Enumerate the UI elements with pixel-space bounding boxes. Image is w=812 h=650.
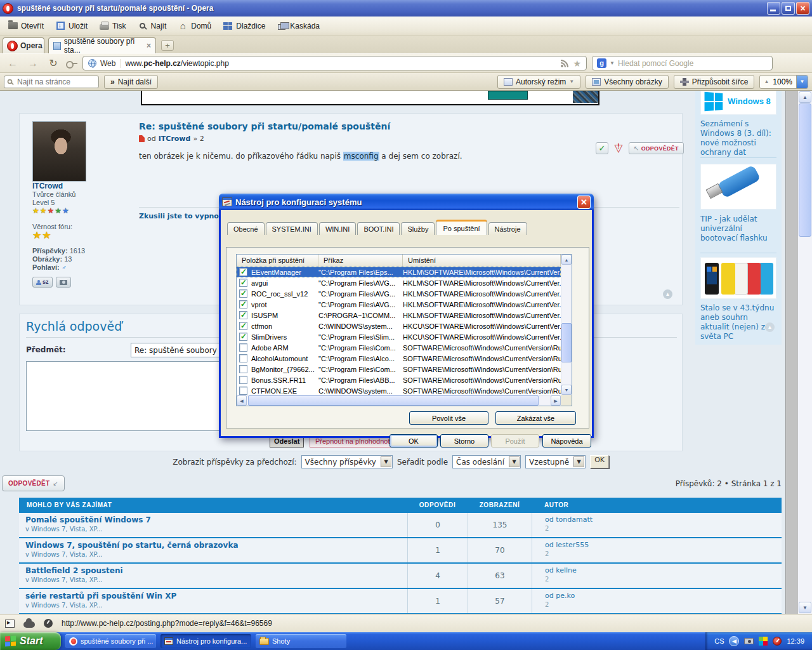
all-images-button[interactable]: Všechny obrázky xyxy=(586,75,668,89)
unite-icon[interactable] xyxy=(23,621,35,628)
item-checkbox[interactable] xyxy=(239,311,247,319)
private-message-button[interactable]: sz xyxy=(32,277,53,288)
startup-item-row[interactable]: avgui"C:\Program Files\AVG...HKLM\SOFTWA… xyxy=(237,277,561,288)
minimize-button[interactable] xyxy=(767,2,780,15)
tab-sluzby[interactable]: Služby xyxy=(401,222,435,235)
sort-order-select[interactable]: Vzestupně▼ xyxy=(525,455,586,468)
sidebar-article-link[interactable]: Stalo se v 43.týdnu aneb souhrn aktualit… xyxy=(700,303,778,342)
find-button[interactable]: Najít xyxy=(138,21,167,31)
item-checkbox[interactable] xyxy=(239,289,247,298)
topic-author[interactable]: od tondamatt2 xyxy=(532,513,782,537)
list-horizontal-scrollbar[interactable]: ◀ ▶ xyxy=(237,395,561,406)
enable-all-button[interactable]: Povolit vše xyxy=(409,411,488,425)
scroll-down-icon[interactable]: ▼ xyxy=(799,602,811,613)
startup-item-row[interactable]: vprot"C:\Program Files\AVG...HKLM\SOFTWA… xyxy=(237,299,561,310)
startup-item-row[interactable]: Bonus.SSR.FR11"C:\Program Files\ABB...SO… xyxy=(237,375,561,385)
item-checkbox[interactable] xyxy=(239,354,247,362)
scroll-down-icon[interactable]: ▼ xyxy=(561,385,572,395)
sort-ok-button[interactable]: OK xyxy=(590,455,609,468)
sort-by-select[interactable]: Čas odeslání▼ xyxy=(452,455,521,468)
author-mode-dropdown[interactable]: Autorský režim▼ xyxy=(497,75,580,89)
startup-item-row[interactable]: BgMonitor_{79662..."C:\Program Files\Com… xyxy=(237,364,561,375)
browser-scrollbar[interactable]: ▲ ▼ xyxy=(798,91,812,614)
tray-collapse-icon[interactable]: ◀ xyxy=(729,636,739,646)
open-button[interactable]: Otevřít xyxy=(8,21,44,31)
reload-button[interactable]: ↻ xyxy=(46,57,61,69)
address-mode-label[interactable]: Web xyxy=(100,59,121,68)
back-to-top-icon[interactable]: ▲ xyxy=(765,322,775,332)
search-field[interactable]: g ▼ Hledat pomocí Google xyxy=(592,56,773,70)
topic-link[interactable]: Battlefield 2 spousteni xyxy=(25,566,401,575)
search-engine-dropdown-icon[interactable]: ▼ xyxy=(610,60,615,66)
rss-icon[interactable] xyxy=(560,59,569,68)
tile-windows-button[interactable]: Dlaždice xyxy=(223,21,265,31)
startup-item-row[interactable]: ROC_roc_ssl_v12"C:\Program Files\AVG...H… xyxy=(237,288,561,299)
topic-author[interactable]: od lester5552 xyxy=(532,538,782,562)
item-checkbox[interactable] xyxy=(239,343,247,352)
tab-boot-ini[interactable]: BOOT.INI xyxy=(357,222,400,235)
tray-monitor-icon[interactable] xyxy=(773,637,782,646)
home-button[interactable]: ⌂Domů xyxy=(178,21,211,31)
find-input[interactable] xyxy=(4,76,99,88)
scroll-up-icon[interactable]: ▲ xyxy=(799,91,811,103)
poster-username-link[interactable]: ITCrowd xyxy=(32,182,140,190)
panels-toggle-icon[interactable] xyxy=(5,620,15,628)
turbo-icon[interactable] xyxy=(44,619,53,628)
startup-item-row[interactable]: Adobe ARM"C:\Program Files\Com...SOFTWAR… xyxy=(237,342,561,353)
usb-flash-image[interactable] xyxy=(700,164,776,209)
item-checkbox[interactable] xyxy=(239,300,247,308)
find-next-button[interactable]: »Najít další xyxy=(104,75,158,89)
windows8-image[interactable]: Windows 8 xyxy=(700,91,776,115)
scrollbar-thumb[interactable] xyxy=(561,323,572,362)
forum-link[interactable]: v Windows 7, Vista, XP... xyxy=(25,526,401,533)
back-to-top-icon[interactable]: ▲ xyxy=(663,289,672,299)
start-button[interactable]: Start xyxy=(0,632,61,650)
disable-all-button[interactable]: Zakázat vše xyxy=(495,411,576,425)
cascade-windows-button[interactable]: Kaskáda xyxy=(277,21,320,31)
startup-item-row[interactable]: SlimDrivers"C:\Program Files\Slim...HKCU… xyxy=(237,331,561,342)
tab-close-icon[interactable]: × xyxy=(147,41,151,50)
apply-button[interactable]: Použít xyxy=(491,434,539,448)
tab-obecne[interactable]: Obecné xyxy=(227,222,265,235)
startup-item-row[interactable]: AlcoholAutomount"C:\Program Files\Alco..… xyxy=(237,353,561,364)
scroll-left-icon[interactable]: ◀ xyxy=(237,395,247,406)
item-checkbox[interactable] xyxy=(239,365,247,373)
ok-button[interactable]: OK xyxy=(390,434,438,448)
taskbar-item-shoty[interactable]: Shoty xyxy=(256,634,346,648)
post-title-link[interactable]: Re: spuštěné soubory při startu/pomalé s… xyxy=(139,121,390,131)
item-checkbox[interactable] xyxy=(239,333,247,341)
scrollbar-thumb[interactable] xyxy=(799,103,811,237)
forum-link[interactable]: v Windows 7, Vista, XP... xyxy=(25,602,401,609)
post-author-link[interactable]: ITCrowd xyxy=(159,135,191,143)
item-checkbox[interactable] xyxy=(239,387,247,395)
phones-image[interactable] xyxy=(700,257,776,299)
sidebar-article-link[interactable]: Seznámení s Windows 8 (3. díl): nové mož… xyxy=(700,119,778,157)
forward-button[interactable]: → xyxy=(25,58,41,69)
reply-button[interactable]: ↖ODPOVĚDĚT xyxy=(629,142,684,154)
tray-camera-icon[interactable] xyxy=(744,638,754,644)
tab-active[interactable]: spuštěné soubory při sta... × xyxy=(48,37,156,53)
startup-item-row[interactable]: CTFMON.EXEC:\WINDOWS\system...SOFTWARE\M… xyxy=(237,385,561,395)
cancel-button[interactable]: Storno xyxy=(440,434,488,448)
close-button[interactable]: × xyxy=(796,2,809,15)
back-button[interactable]: ← xyxy=(5,58,20,69)
tray-avg-icon[interactable] xyxy=(759,637,768,646)
fit-width-button[interactable]: Přizpůsobit šířce xyxy=(674,75,755,89)
dialog-titlebar[interactable]: Nástroj pro konfiguraci systému ✕ xyxy=(219,194,594,210)
restore-button[interactable] xyxy=(782,2,795,15)
taskbar-clock[interactable]: 12:39 xyxy=(787,637,804,645)
forum-link[interactable]: v Windows 7, Vista, XP... xyxy=(25,576,401,583)
tab-po-spusteni[interactable]: Po spuštění xyxy=(436,220,487,235)
sidebar-article-link[interactable]: TIP - jak udělat univerzální bootovací f… xyxy=(700,215,778,243)
reply-button-bottom[interactable]: ODPOVĚDĚT↙ xyxy=(2,475,65,491)
tab-nastroje[interactable]: Nástroje xyxy=(488,222,527,235)
topic-link[interactable]: Windows 7, spouštění po startu, černá ob… xyxy=(25,541,401,550)
taskbar-item-opera[interactable]: spuštěné soubory při ... xyxy=(65,634,156,648)
zoom-up-icon[interactable]: ▲ xyxy=(764,79,769,84)
dialog-close-button[interactable]: ✕ xyxy=(577,196,591,209)
address-field[interactable]: Web www.pc-help.cz/viewtopic.php ★ xyxy=(82,56,587,70)
scrollbar-thumb[interactable] xyxy=(248,395,539,406)
scroll-right-icon[interactable]: ▶ xyxy=(551,395,561,406)
wand-key-icon[interactable] xyxy=(66,61,77,66)
topic-author[interactable]: od pe.ko2 xyxy=(532,589,782,613)
